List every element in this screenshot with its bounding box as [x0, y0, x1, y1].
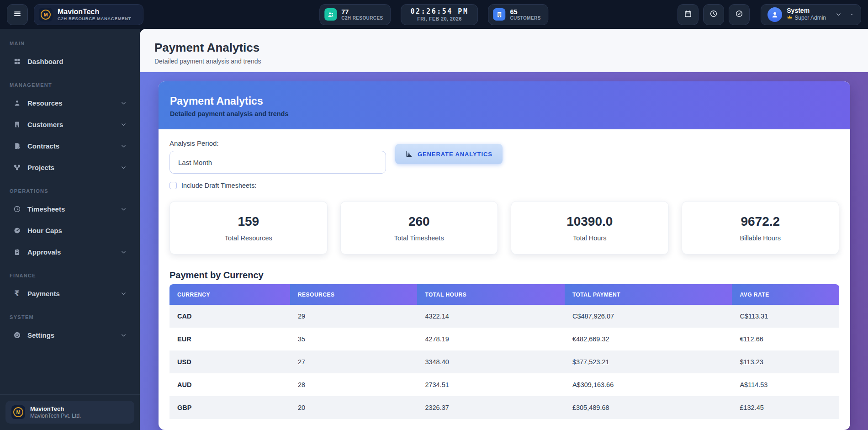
generate-analytics-label: GENERATE ANALYTICS	[418, 151, 492, 158]
table-cell: $377,523.21	[565, 350, 732, 373]
table-cell: 28	[290, 373, 418, 396]
table-title: Payment by Currency	[169, 270, 839, 281]
stats-grid: 159Total Resources260Total Timesheets103…	[169, 201, 839, 255]
hamburger-menu-button[interactable]	[7, 4, 28, 25]
analytics-card-header: Payment Analytics Detailed payment analy…	[159, 81, 850, 129]
table-row-eur: EUR354278.19€482,669.32€112.66	[169, 328, 839, 350]
clock-icon	[12, 205, 21, 213]
sidebar-item-payments[interactable]: ₹Payments	[0, 283, 140, 304]
payment-by-currency-table: CURRENCYRESOURCESTOTAL HOURSTOTAL PAYMEN…	[169, 284, 839, 419]
stat-label: Total Resources	[225, 234, 272, 242]
caret-down-icon	[849, 12, 854, 17]
page-title: Payment Analytics	[154, 41, 853, 55]
calendar-button[interactable]	[677, 4, 699, 25]
gear-icon	[12, 331, 21, 339]
sidebar-item-resources[interactable]: Resources	[0, 92, 140, 114]
company-logo-letter: M	[13, 407, 23, 417]
nav-section: MANAGEMENTResourcesCustomersContractsPro…	[0, 79, 140, 178]
company-card[interactable]: M MavionTech MavionTech Pvt. Ltd.	[5, 401, 134, 424]
table-cell: A$114.53	[732, 373, 839, 396]
chevron-down-icon	[835, 11, 842, 18]
user-avatar-icon	[767, 7, 782, 22]
include-draft-label: Include Draft Timesheets:	[181, 182, 256, 189]
sidebar-item-customers[interactable]: Customers	[0, 114, 140, 135]
chevron-down-icon	[120, 164, 127, 171]
check-button[interactable]	[729, 4, 750, 25]
nav-section-label: OPERATIONS	[0, 185, 140, 198]
sidebar-item-dashboard[interactable]: Dashboard	[0, 51, 140, 72]
user-menu[interactable]: System Super Admin	[761, 4, 861, 25]
person-icon	[12, 99, 21, 107]
table-cell: 27	[290, 350, 418, 373]
column-header-currency: CURRENCY	[169, 284, 290, 305]
column-header-avg-rate: AVG RATE	[732, 284, 839, 305]
currency-code-cell: CAD	[169, 305, 290, 328]
brand-logo-chip[interactable]: M MavionTech C2H RESOURCE MANAGEMENT	[34, 4, 143, 25]
resources-stat-chip: 77 C2H RESOURCES	[319, 4, 391, 25]
stat-label: Total Timesheets	[394, 234, 444, 242]
sidebar-item-label: Payments	[27, 290, 120, 297]
customers-label: CUSTOMERS	[510, 16, 540, 21]
table-cell: 2734.51	[417, 373, 565, 396]
customers-stat-chip: 65 CUSTOMERS	[488, 4, 548, 25]
table-row-usd: USD273348.40$377,523.21$113.23	[169, 350, 839, 373]
user-role: Super Admin	[794, 15, 826, 21]
resources-label: C2H RESOURCES	[341, 16, 383, 21]
column-header-resources: RESOURCES	[290, 284, 418, 305]
sidebar-item-label: Projects	[27, 164, 120, 171]
brand-logo: M	[39, 8, 53, 21]
generate-analytics-button[interactable]: GENERATE ANALYTICS	[395, 144, 503, 164]
sidebar-item-label: Hour Caps	[27, 227, 127, 234]
logo-letter: M	[41, 10, 51, 20]
nav-section: FINANCE₹Payments	[0, 269, 140, 304]
sidebar-item-settings[interactable]: Settings	[0, 324, 140, 346]
sidebar-footer: M MavionTech MavionTech Pvt. Ltd.	[0, 394, 140, 430]
sidebar-item-label: Customers	[27, 121, 120, 128]
nav-section-label: MAIN	[0, 37, 140, 51]
contract-icon	[12, 142, 21, 150]
sidebar-item-approvals[interactable]: Approvals	[0, 241, 140, 263]
nav-section: MAINDashboard	[0, 37, 140, 72]
table-cell: €482,669.32	[565, 328, 732, 350]
table-row-gbp: GBP202326.37£305,489.68£132.45	[169, 396, 839, 419]
analytics-card: Payment Analytics Detailed payment analy…	[159, 81, 850, 430]
currency-code-cell: EUR	[169, 328, 290, 350]
clock-chip: 02:26:54 PM FRI, FEB 20, 2026	[401, 4, 478, 25]
sidebar-nav: MAINDashboardMANAGEMENTResourcesCustomer…	[0, 37, 140, 394]
stat-label: Total Hours	[573, 234, 606, 242]
hamburger-icon	[13, 10, 21, 20]
brand-subtitle: C2H RESOURCE MANAGEMENT	[58, 16, 131, 21]
include-draft-checkbox[interactable]	[169, 182, 177, 189]
projects-icon	[12, 164, 21, 171]
clock-button[interactable]	[703, 4, 724, 25]
sidebar-item-hour-caps[interactable]: Hour Caps	[0, 220, 140, 241]
table-cell: £132.45	[732, 396, 839, 419]
table-row-aud: AUD282734.51A$309,163.66A$114.53	[169, 373, 839, 396]
nav-section: SYSTEMSettings	[0, 311, 140, 346]
sidebar-item-contracts[interactable]: Contracts	[0, 135, 140, 157]
analysis-period-label: Analysis Period:	[169, 139, 386, 147]
main-content: Payment Analytics Detailed payment analy…	[140, 29, 868, 430]
current-date: FRI, FEB 20, 2026	[411, 16, 469, 21]
table-cell: €112.66	[732, 328, 839, 350]
sidebar-item-projects[interactable]: Projects	[0, 157, 140, 178]
include-draft-row: Include Draft Timesheets:	[169, 182, 839, 189]
top-bar: M MavionTech C2H RESOURCE MANAGEMENT 77 …	[0, 0, 868, 29]
company-name: MavionTech	[30, 405, 81, 413]
user-name: System	[787, 7, 826, 14]
chart-icon	[405, 150, 413, 158]
chevron-down-icon	[120, 143, 127, 149]
sidebar-item-label: Resources	[27, 99, 120, 107]
sidebar-item-timesheets[interactable]: Timesheets	[0, 198, 140, 220]
sidebar-item-label: Timesheets	[27, 205, 120, 213]
table-cell: $113.23	[732, 350, 839, 373]
company-logo: M	[11, 405, 25, 419]
table-cell: A$309,163.66	[565, 373, 732, 396]
customers-count: 65	[510, 8, 540, 16]
sidebar: MAINDashboardMANAGEMENTResourcesCustomer…	[0, 29, 140, 430]
analysis-period-select[interactable]: Last Month	[169, 151, 386, 174]
app-window: M MavionTech C2H RESOURCE MANAGEMENT 77 …	[0, 0, 868, 430]
currency-code-cell: USD	[169, 350, 290, 373]
page-subtitle: Detailed payment analysis and trends	[154, 58, 853, 65]
card-title: Payment Analytics	[170, 95, 839, 107]
